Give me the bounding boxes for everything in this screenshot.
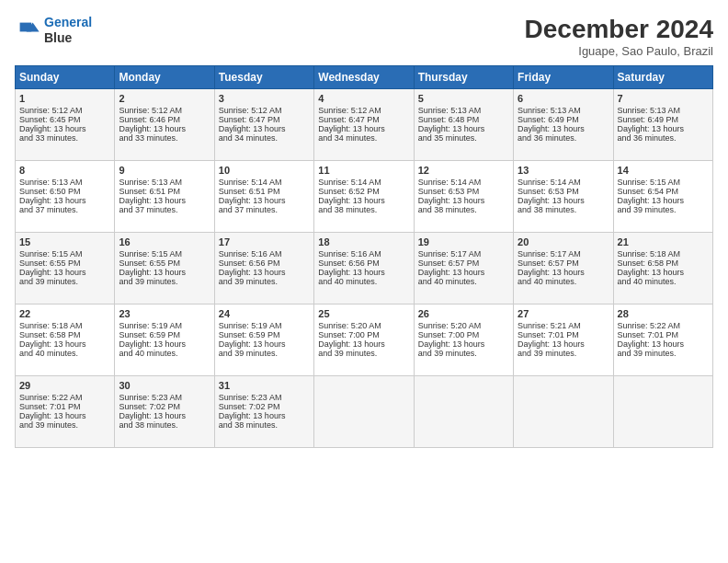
day-info-line: Sunrise: 5:13 AM — [518, 106, 609, 115]
weekday-header-wednesday: Wednesday — [314, 66, 414, 89]
day-info-line: and 39 minutes. — [219, 277, 310, 286]
day-info-line: Sunset: 7:01 PM — [19, 402, 110, 411]
day-info-line: Daylight: 13 hours — [618, 124, 709, 133]
day-info-line: and 34 minutes. — [318, 133, 409, 143]
day-info-line: Sunrise: 5:22 AM — [618, 321, 709, 330]
day-info-line: Sunset: 6:53 PM — [518, 187, 609, 196]
day-info-line: and 39 minutes. — [219, 349, 310, 358]
day-info-line: Sunrise: 5:17 AM — [518, 249, 609, 259]
day-cell — [414, 376, 513, 448]
day-info-line: Sunrise: 5:22 AM — [19, 393, 110, 402]
day-info-line: Sunset: 6:52 PM — [318, 187, 409, 196]
day-info-line: Sunrise: 5:15 AM — [119, 249, 210, 259]
header: General Blue December 2024 Iguape, Sao P… — [15, 15, 713, 58]
day-info-line: and 40 minutes. — [318, 277, 409, 286]
day-info-line: Daylight: 13 hours — [19, 124, 110, 133]
day-info-line: Sunset: 6:59 PM — [219, 330, 310, 339]
day-number: 20 — [518, 236, 609, 247]
day-info-line: Sunrise: 5:18 AM — [19, 321, 110, 330]
day-info-line: and 39 minutes. — [418, 349, 509, 358]
day-cell: 1Sunrise: 5:12 AMSunset: 6:45 PMDaylight… — [16, 89, 115, 161]
day-number: 28 — [618, 308, 709, 319]
day-info-line: Sunset: 7:00 PM — [318, 330, 409, 339]
day-info-line: Daylight: 13 hours — [119, 124, 210, 133]
day-info-line: Daylight: 13 hours — [418, 196, 509, 205]
day-info-line: Daylight: 13 hours — [618, 339, 709, 349]
day-info-line: Daylight: 13 hours — [219, 268, 310, 277]
day-number: 9 — [119, 165, 210, 176]
day-number: 4 — [318, 93, 409, 104]
day-info-line: Sunset: 6:55 PM — [119, 259, 210, 268]
day-number: 5 — [418, 93, 509, 104]
day-cell — [613, 376, 712, 448]
day-cell: 10Sunrise: 5:14 AMSunset: 6:51 PMDayligh… — [214, 161, 313, 233]
day-info-line: Sunset: 6:57 PM — [418, 259, 509, 268]
day-info-line: Daylight: 13 hours — [518, 339, 609, 349]
day-info-line: Sunrise: 5:12 AM — [119, 106, 210, 115]
day-number: 1 — [19, 93, 110, 104]
calendar-subtitle: Iguape, Sao Paulo, Brazil — [525, 44, 713, 58]
day-info-line: Sunrise: 5:13 AM — [19, 178, 110, 187]
day-cell: 9Sunrise: 5:13 AMSunset: 6:51 PMDaylight… — [115, 161, 214, 233]
weekday-header-sunday: Sunday — [16, 66, 115, 89]
day-info-line: and 40 minutes. — [119, 349, 210, 358]
day-info-line: Sunset: 6:51 PM — [219, 187, 310, 196]
day-info-line: Sunset: 6:46 PM — [119, 115, 210, 124]
day-info-line: Sunset: 6:47 PM — [219, 115, 310, 124]
day-info-line: Sunset: 6:51 PM — [119, 187, 210, 196]
day-info-line: Daylight: 13 hours — [318, 124, 409, 133]
day-info-line: Daylight: 13 hours — [318, 196, 409, 205]
day-info-line: Sunset: 6:49 PM — [518, 115, 609, 124]
day-info-line: and 37 minutes. — [119, 205, 210, 214]
day-number: 29 — [19, 380, 110, 391]
day-number: 18 — [318, 236, 409, 247]
day-cell — [314, 376, 414, 448]
day-info-line: Sunrise: 5:23 AM — [119, 393, 210, 402]
day-info-line: Daylight: 13 hours — [219, 124, 310, 133]
day-cell — [514, 376, 613, 448]
day-info-line: and 39 minutes. — [19, 420, 110, 430]
day-info-line: and 38 minutes. — [518, 205, 609, 214]
day-info-line: Daylight: 13 hours — [119, 339, 210, 349]
day-cell: 18Sunrise: 5:16 AMSunset: 6:56 PMDayligh… — [314, 233, 414, 304]
day-info-line: Sunrise: 5:19 AM — [219, 321, 310, 330]
day-info-line: Daylight: 13 hours — [119, 268, 210, 277]
day-info-line: Sunset: 7:01 PM — [618, 330, 709, 339]
day-info-line: Daylight: 13 hours — [418, 124, 509, 133]
day-info-line: Sunrise: 5:13 AM — [119, 178, 210, 187]
day-cell: 27Sunrise: 5:21 AMSunset: 7:01 PMDayligh… — [514, 304, 613, 376]
day-info-line: and 36 minutes. — [618, 133, 709, 143]
day-info-line: Daylight: 13 hours — [518, 124, 609, 133]
day-info-line: Sunset: 6:53 PM — [418, 187, 509, 196]
day-cell: 13Sunrise: 5:14 AMSunset: 6:53 PMDayligh… — [514, 161, 613, 233]
day-info-line: and 39 minutes. — [618, 349, 709, 358]
day-info-line: Sunset: 6:55 PM — [19, 259, 110, 268]
day-info-line: Daylight: 13 hours — [19, 268, 110, 277]
logo-text: General Blue — [44, 15, 92, 46]
logo: General Blue — [15, 15, 92, 46]
day-number: 25 — [318, 308, 409, 319]
day-number: 6 — [518, 93, 609, 104]
day-number: 10 — [219, 165, 310, 176]
week-row-4: 22Sunrise: 5:18 AMSunset: 6:58 PMDayligh… — [16, 304, 713, 376]
day-info-line: Sunrise: 5:21 AM — [518, 321, 609, 330]
day-number: 11 — [318, 165, 409, 176]
day-cell: 21Sunrise: 5:18 AMSunset: 6:58 PMDayligh… — [613, 233, 712, 304]
day-cell: 2Sunrise: 5:12 AMSunset: 6:46 PMDaylight… — [115, 89, 214, 161]
day-info-line: and 33 minutes. — [19, 133, 110, 143]
week-row-5: 29Sunrise: 5:22 AMSunset: 7:01 PMDayligh… — [16, 376, 713, 448]
day-info-line: Sunset: 6:58 PM — [19, 330, 110, 339]
day-info-line: Sunrise: 5:14 AM — [518, 178, 609, 187]
logo-icon — [15, 17, 40, 43]
day-info-line: and 37 minutes. — [219, 205, 310, 214]
weekday-header-saturday: Saturday — [613, 66, 712, 89]
day-info-line: Daylight: 13 hours — [219, 339, 310, 349]
day-info-line: Daylight: 13 hours — [19, 411, 110, 420]
day-cell: 28Sunrise: 5:22 AMSunset: 7:01 PMDayligh… — [613, 304, 712, 376]
day-cell: 5Sunrise: 5:13 AMSunset: 6:48 PMDaylight… — [414, 89, 513, 161]
day-info-line: and 36 minutes. — [518, 133, 609, 143]
day-number: 27 — [518, 308, 609, 319]
day-info-line: Sunset: 6:54 PM — [618, 187, 709, 196]
logo-line1: General — [44, 15, 92, 29]
day-info-line: Sunrise: 5:19 AM — [119, 321, 210, 330]
